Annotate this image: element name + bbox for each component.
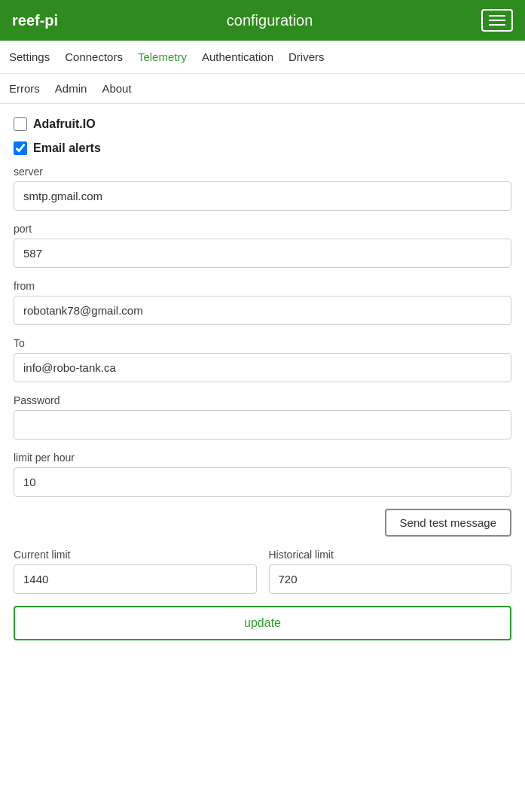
adafruit-title: Adafruit.IO (33, 117, 96, 131)
password-group: Password (14, 394, 511, 439)
limit-per-hour-group: limit per hour (14, 452, 511, 497)
tab-admin[interactable]: Admin (55, 79, 87, 98)
adafruit-checkbox-label[interactable]: Adafruit.IO (14, 117, 96, 131)
page-title: configuration (227, 12, 313, 29)
tab-errors[interactable]: Errors (9, 79, 40, 98)
tab-drivers[interactable]: Drivers (288, 47, 325, 66)
port-input[interactable] (14, 239, 511, 268)
app-header: reef-pi configuration (0, 0, 525, 41)
limits-row: Current limit Historical limit (14, 549, 511, 594)
nav-row1: Settings Connectors Telemetry Authentica… (0, 41, 525, 74)
adafruit-section-row: Adafruit.IO (14, 117, 511, 131)
password-input[interactable] (14, 410, 511, 439)
tab-authentication[interactable]: Authentication (202, 47, 273, 66)
from-label: from (14, 280, 511, 292)
historical-limit-label: Historical limit (269, 549, 512, 561)
nav-row2: Errors Admin About (0, 74, 525, 104)
tab-about[interactable]: About (102, 79, 131, 98)
server-input[interactable] (14, 181, 511, 211)
limit-per-hour-label: limit per hour (14, 452, 511, 464)
port-label: port (14, 223, 511, 235)
server-group: server (14, 166, 511, 211)
current-limit-label: Current limit (14, 549, 257, 561)
hamburger-line (489, 20, 505, 21)
current-limit-input[interactable] (14, 564, 257, 594)
to-group: To (14, 337, 511, 382)
to-label: To (14, 337, 511, 349)
email-alerts-checkbox-label[interactable]: Email alerts (14, 141, 101, 155)
hamburger-menu-button[interactable] (481, 9, 513, 32)
from-input[interactable] (14, 296, 511, 325)
limit-per-hour-input[interactable] (14, 467, 511, 497)
from-group: from (14, 280, 511, 325)
update-button[interactable]: update (14, 606, 511, 640)
app-logo: reef-pi (12, 12, 58, 29)
email-alerts-checkbox[interactable] (14, 141, 27, 155)
port-group: port (14, 223, 511, 268)
current-limit-group: Current limit (14, 549, 257, 594)
server-label: server (14, 166, 511, 178)
to-input[interactable] (14, 353, 511, 382)
hamburger-line (489, 15, 505, 17)
password-label: Password (14, 394, 511, 406)
historical-limit-input[interactable] (269, 564, 512, 594)
email-alerts-title: Email alerts (33, 141, 101, 155)
main-content: Adafruit.IO Email alerts server port fro… (0, 104, 525, 658)
adafruit-checkbox[interactable] (14, 117, 27, 131)
tab-telemetry[interactable]: Telemetry (138, 47, 187, 66)
hamburger-line (489, 24, 505, 26)
email-alerts-section-row: Email alerts (14, 141, 511, 155)
send-test-message-button[interactable]: Send test message (385, 509, 511, 537)
tab-connectors[interactable]: Connectors (65, 47, 123, 66)
tab-settings[interactable]: Settings (9, 47, 50, 66)
historical-limit-group: Historical limit (269, 549, 512, 594)
